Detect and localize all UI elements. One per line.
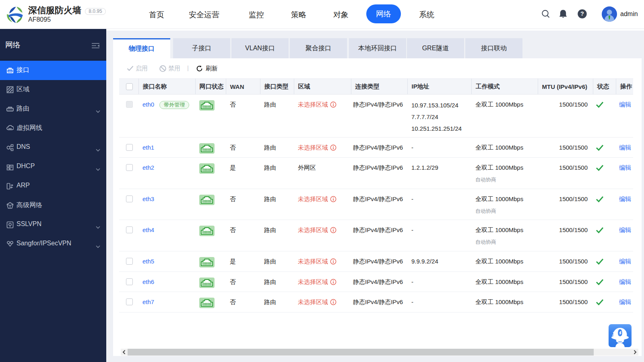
- svg-text:?: ?: [580, 10, 584, 17]
